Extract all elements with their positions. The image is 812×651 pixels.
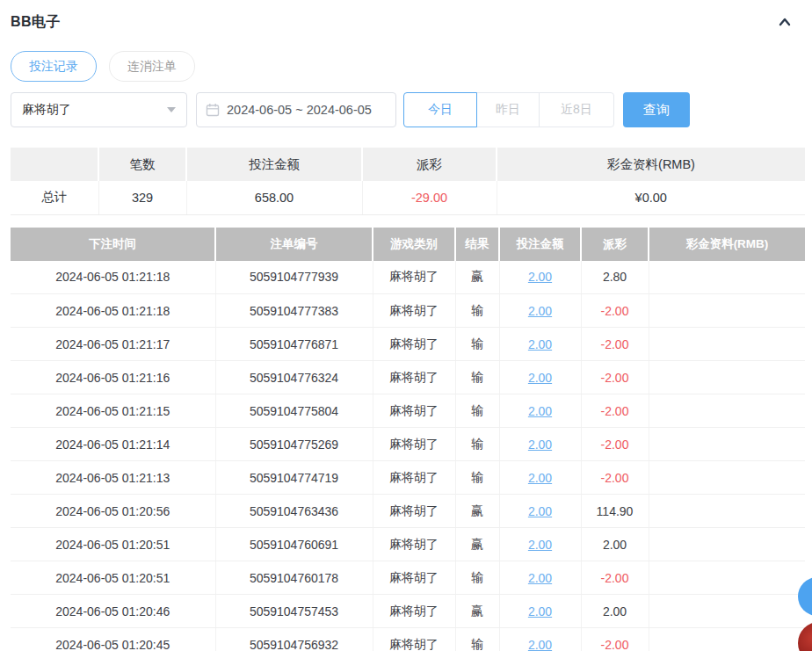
- calendar-icon: [206, 103, 220, 117]
- jackpot-cell: [649, 561, 805, 595]
- bet-amount-link[interactable]: 2.00: [528, 504, 552, 518]
- quick-date-yesterday-button[interactable]: 昨日: [476, 92, 540, 127]
- col-jackpot: 彩金资料(RMB): [649, 228, 805, 261]
- bet-time-cell: 2024-06-05 01:20:46: [11, 595, 215, 628]
- order-no-cell: 5059104757453: [215, 595, 373, 628]
- bet-time-cell: 2024-06-05 01:21:13: [11, 461, 215, 495]
- tab-label: 投注记录: [29, 59, 78, 75]
- bet-amount-link[interactable]: 2.00: [528, 604, 552, 618]
- summary-col-jackpot: 彩金资料(RMB): [497, 148, 805, 181]
- game-type-cell: 麻将胡了: [373, 495, 455, 528]
- result-cell: 输: [455, 628, 499, 651]
- game-type-cell: 麻将胡了: [373, 528, 455, 561]
- order-no-cell: 5059104760178: [215, 561, 373, 595]
- summary-total-label: 总计: [11, 181, 98, 214]
- result-cell: 赢: [455, 495, 499, 528]
- bet-amount-link[interactable]: 2.00: [528, 471, 552, 485]
- summary-col-count: 笔数: [98, 148, 186, 181]
- game-type-cell: 麻将胡了: [373, 461, 455, 495]
- bet-time-cell: 2024-06-05 01:21:15: [11, 394, 215, 428]
- payout-cell: 2.00: [581, 595, 649, 628]
- col-bet-amount: 投注金额: [499, 228, 581, 261]
- panel-header: BB电子: [11, 12, 794, 32]
- payout-cell: 2.80: [581, 261, 649, 294]
- chevron-up-icon: [777, 14, 793, 30]
- bet-amount-cell: 2.00: [499, 328, 581, 361]
- order-no-cell: 5059104775804: [215, 394, 373, 428]
- jackpot-cell: [649, 394, 805, 428]
- quick-date-label: 今日: [428, 102, 453, 118]
- bet-amount-cell: 2.00: [499, 428, 581, 461]
- jackpot-cell: [649, 461, 805, 495]
- table-row: 2024-06-05 01:20:45 5059104756932 麻将胡了 输…: [11, 628, 805, 651]
- bet-table-header-row: 下注时间 注单编号 游戏类别 结果 投注金额 派彩 彩金资料(RMB): [11, 228, 805, 261]
- jackpot-cell: [649, 428, 805, 461]
- bet-amount-cell: 2.00: [499, 261, 581, 294]
- payout-cell: -2.00: [581, 361, 649, 394]
- bet-amount-cell: 2.00: [499, 361, 581, 394]
- bet-amount-link[interactable]: 2.00: [528, 371, 552, 385]
- order-no-cell: 5059104774719: [215, 461, 373, 495]
- game-type-cell: 麻将胡了: [373, 261, 455, 294]
- bet-time-cell: 2024-06-05 01:20:51: [11, 561, 215, 595]
- summary-table: 笔数 投注金额 派彩 彩金资料(RMB) 总计 329 658.00 -29.0…: [11, 148, 805, 215]
- payout-cell: -2.00: [581, 461, 649, 495]
- table-row: 2024-06-05 01:21:17 5059104776871 麻将胡了 输…: [11, 328, 805, 361]
- game-type-cell: 麻将胡了: [373, 394, 455, 428]
- bet-amount-cell: 2.00: [499, 294, 581, 328]
- bet-amount-link[interactable]: 2.00: [528, 538, 552, 552]
- record-tabs: 投注记录 连消注单: [11, 51, 805, 82]
- date-range-picker[interactable]: 2024-06-05 ~ 2024-06-05: [196, 92, 396, 127]
- bet-time-cell: 2024-06-05 01:21:14: [11, 428, 215, 461]
- search-button[interactable]: 查询: [623, 92, 690, 127]
- table-row: 2024-06-05 01:20:51 5059104760691 麻将胡了 赢…: [11, 528, 805, 561]
- tab-label: 连消注单: [127, 59, 177, 75]
- result-cell: 输: [455, 361, 499, 394]
- quick-date-last8days-button[interactable]: 近8日: [539, 92, 614, 127]
- bet-time-cell: 2024-06-05 01:20:51: [11, 528, 215, 561]
- bet-amount-cell: 2.00: [499, 394, 581, 428]
- bet-time-cell: 2024-06-05 01:21:16: [11, 361, 215, 394]
- tab-bet-records[interactable]: 投注记录: [11, 51, 97, 82]
- game-select[interactable]: 麻将胡了: [11, 92, 187, 127]
- filter-bar: 麻将胡了 2024-06-05 ~ 2024-06-05 今日 昨日 近8日 查…: [11, 92, 805, 127]
- payout-cell: -2.00: [581, 561, 649, 595]
- bet-time-cell: 2024-06-05 01:20:45: [11, 628, 215, 651]
- payout-cell: -2.00: [581, 628, 649, 651]
- bet-amount-link[interactable]: 2.00: [528, 304, 552, 318]
- bet-amount-link[interactable]: 2.00: [528, 638, 552, 651]
- bet-time-cell: 2024-06-05 01:20:56: [11, 495, 215, 528]
- bet-amount-link[interactable]: 2.00: [528, 270, 552, 284]
- jackpot-cell: [649, 361, 805, 394]
- table-row: 2024-06-05 01:21:16 5059104776324 麻将胡了 输…: [11, 361, 805, 394]
- page-title: BB电子: [11, 13, 61, 32]
- game-type-cell: 麻将胡了: [373, 595, 455, 628]
- payout-cell: 114.90: [581, 495, 649, 528]
- summary-col-blank: [11, 148, 98, 181]
- result-cell: 赢: [455, 528, 499, 561]
- table-row: 2024-06-05 01:21:15 5059104775804 麻将胡了 输…: [11, 394, 805, 428]
- bet-amount-link[interactable]: 2.00: [528, 404, 552, 418]
- summary-total-payout: -29.00: [362, 181, 497, 214]
- bet-amount-link[interactable]: 2.00: [528, 571, 552, 585]
- jackpot-cell: [649, 495, 805, 528]
- bet-amount-cell: 2.00: [499, 495, 581, 528]
- jackpot-cell: [649, 628, 805, 651]
- bet-amount-link[interactable]: 2.00: [528, 438, 552, 452]
- table-row: 2024-06-05 01:21:18 5059104777939 麻将胡了 赢…: [11, 261, 805, 294]
- quick-date-today-button[interactable]: 今日: [403, 92, 477, 127]
- result-cell: 输: [455, 294, 499, 328]
- bet-amount-link[interactable]: 2.00: [528, 337, 552, 351]
- game-type-cell: 麻将胡了: [373, 328, 455, 361]
- tab-cancelled-orders[interactable]: 连消注单: [109, 51, 195, 82]
- collapse-panel-button[interactable]: [775, 12, 794, 32]
- order-no-cell: 5059104777939: [215, 261, 373, 294]
- order-no-cell: 5059104776871: [215, 328, 373, 361]
- order-no-cell: 5059104763436: [215, 495, 373, 528]
- col-result: 结果: [455, 228, 499, 261]
- date-range-value: 2024-06-05 ~ 2024-06-05: [227, 103, 372, 117]
- col-order-no: 注单编号: [215, 228, 373, 261]
- order-no-cell: 5059104760691: [215, 528, 373, 561]
- jackpot-cell: [649, 294, 805, 328]
- table-row: 2024-06-05 01:20:56 5059104763436 麻将胡了 赢…: [11, 495, 805, 528]
